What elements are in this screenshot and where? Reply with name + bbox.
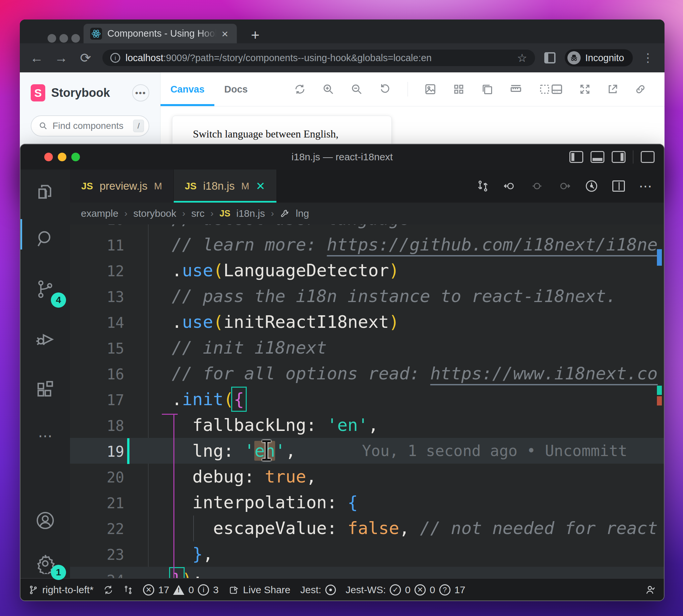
open-new-tab-icon[interactable] — [607, 83, 619, 95]
zoom-in-icon[interactable] — [322, 83, 334, 95]
tab-i18n-js[interactable]: JS i18n.js M ✕ — [174, 170, 277, 203]
search-icon[interactable] — [35, 228, 56, 249]
new-tab-icon[interactable]: + — [251, 27, 259, 43]
code-line-19[interactable]: 19 lng: 'en',You, 1 second ago • Uncommi… — [70, 438, 664, 464]
compare-item[interactable] — [123, 585, 133, 595]
viewport-icon[interactable] — [481, 83, 493, 95]
window-close-icon[interactable] — [44, 153, 53, 161]
editor-more-actions-icon[interactable]: ⋯ — [639, 178, 652, 194]
window-zoom-icon[interactable] — [71, 34, 80, 43]
search-placeholder: Find components — [52, 120, 129, 131]
more-views-icon[interactable]: ⋯ — [35, 429, 56, 450]
code-line-20[interactable]: 20 debug: true, — [70, 464, 664, 489]
window-close-icon[interactable] — [48, 34, 56, 43]
copy-link-icon[interactable] — [634, 83, 646, 95]
open-changes-icon[interactable] — [476, 179, 490, 193]
code-line-21[interactable]: 21 interpolation: { — [70, 489, 664, 515]
zoom-out-icon[interactable] — [351, 83, 363, 95]
line-number: 15 — [70, 336, 124, 361]
code-line-11[interactable]: 11// learn more: https://github.com/i18n… — [70, 232, 664, 258]
outline-icon[interactable] — [539, 83, 551, 95]
browser-tab-title: Components - Using Hook · St — [107, 28, 216, 39]
tab-preview-js[interactable]: JS preview.js M — [70, 170, 174, 203]
code-line-16[interactable]: 16// for all options read: https://www.i… — [70, 360, 664, 386]
jest-item[interactable]: Jest: — [300, 584, 336, 595]
remount-icon[interactable] — [294, 83, 306, 95]
forward-icon[interactable]: → — [53, 50, 69, 65]
branch-icon — [28, 585, 38, 595]
explorer-icon[interactable] — [35, 182, 56, 203]
browser-toolbar: ← → ⟳ i localhost:9009/?path=/story/comp… — [20, 43, 664, 72]
code-line-13[interactable]: 13// pass the i18n instance to react-i18… — [70, 283, 664, 309]
timeline-icon[interactable] — [585, 179, 598, 193]
side-panel-icon[interactable] — [544, 52, 555, 63]
storybook-toolbar: Canvas Docs — [160, 72, 664, 106]
compare-icon — [123, 585, 133, 595]
storybook-search-input[interactable]: Find components / — [31, 115, 149, 136]
run-debug-icon[interactable] — [35, 329, 56, 350]
extensions-icon[interactable] — [35, 379, 56, 400]
storybook-brand: Storybook — [51, 86, 126, 100]
browser-tab[interactable]: Components - Using Hook · St × — [84, 24, 237, 43]
feedback-person-item[interactable] — [645, 584, 656, 595]
vscode-titlebar[interactable]: i18n.js — react-i18next — [21, 145, 664, 170]
close-tab-icon[interactable]: ✕ — [256, 179, 266, 193]
tab-close-icon[interactable]: × — [222, 28, 228, 39]
code-editor[interactable]: 10// detect user language11// learn more… — [70, 224, 664, 578]
code-line-22[interactable]: 22 escapeValue: false, // not needed for… — [70, 515, 664, 541]
window-zoom-icon[interactable] — [71, 153, 80, 161]
storybook-logo-icon: S — [31, 84, 45, 102]
measure-icon[interactable] — [509, 83, 522, 95]
account-icon[interactable] — [35, 510, 56, 531]
sync-changes-item[interactable] — [104, 585, 113, 595]
toggle-panel-icon[interactable] — [591, 151, 605, 163]
background-icon[interactable] — [425, 83, 436, 95]
breadcrumb-item[interactable]: i18n.js — [236, 208, 265, 219]
code-line-12[interactable]: 12.use(LanguageDetector) — [70, 258, 664, 283]
breadcrumb-item[interactable]: example — [81, 208, 118, 219]
reload-icon[interactable]: ⟳ — [78, 50, 93, 65]
line-number: 11 — [70, 233, 124, 259]
nav-circle-icon — [530, 179, 544, 193]
toggle-secondary-sidebar-icon[interactable] — [612, 151, 625, 163]
problems-item[interactable]: ✕ 17 0 i 3 — [143, 584, 219, 595]
code-line-18[interactable]: 18 fallbackLng: 'en', — [70, 412, 664, 438]
live-share-item[interactable]: Live Share — [229, 584, 290, 595]
tab-canvas[interactable]: Canvas — [160, 72, 214, 106]
storybook-menu-button[interactable]: ••• — [132, 84, 149, 102]
grid-icon[interactable] — [453, 83, 465, 95]
breadcrumb-item[interactable]: src — [191, 208, 204, 219]
reset-zoom-icon[interactable] — [379, 83, 391, 95]
code-line-17[interactable]: 17.init({ — [70, 386, 664, 412]
line-number: 12 — [70, 259, 124, 284]
addons-panel-icon[interactable] — [551, 83, 563, 95]
back-icon[interactable]: ← — [29, 50, 44, 65]
breadcrumb-item[interactable]: storybook — [133, 208, 176, 219]
code-line-15[interactable]: 15// init i18next — [70, 335, 664, 360]
code-line-10[interactable]: 10// detect user language — [70, 224, 664, 232]
tab-docs[interactable]: Docs — [214, 72, 258, 106]
window-minimize-icon[interactable] — [58, 153, 66, 161]
toggle-sidebar-icon[interactable] — [569, 151, 583, 163]
js-file-icon: JS — [185, 181, 197, 192]
git-branch-item[interactable]: right-to-left* — [28, 584, 93, 595]
bookmark-star-icon[interactable]: ☆ — [517, 51, 527, 64]
bracket-guide — [174, 414, 174, 578]
window-minimize-icon[interactable] — [60, 34, 68, 43]
address-bar[interactable]: i localhost:9009/?path=/story/components… — [103, 49, 535, 66]
site-info-icon[interactable]: i — [110, 53, 120, 63]
code-line-24[interactable]: 24}); — [70, 567, 664, 578]
code-line-23[interactable]: 23 }, — [70, 541, 664, 567]
jest-ws-item[interactable]: Jest-WS: ✓ 0 ✕ 0 ? 17 — [346, 584, 465, 595]
breadcrumb-item[interactable]: lng — [296, 208, 309, 219]
search-icon — [39, 121, 48, 131]
customize-layout-icon[interactable] — [641, 151, 655, 163]
navigate-back-icon[interactable] — [503, 179, 517, 193]
sync-icon — [104, 585, 113, 595]
split-editor-icon[interactable] — [612, 180, 625, 192]
fullscreen-icon[interactable] — [579, 83, 591, 95]
browser-menu-icon[interactable]: ⋮ — [642, 51, 654, 65]
breadcrumb[interactable]: example › storybook › src › JS i18n.js ›… — [70, 203, 664, 224]
code-line-14[interactable]: 14.use(initReactI18next) — [70, 309, 664, 335]
bracket-guide — [162, 414, 178, 415]
